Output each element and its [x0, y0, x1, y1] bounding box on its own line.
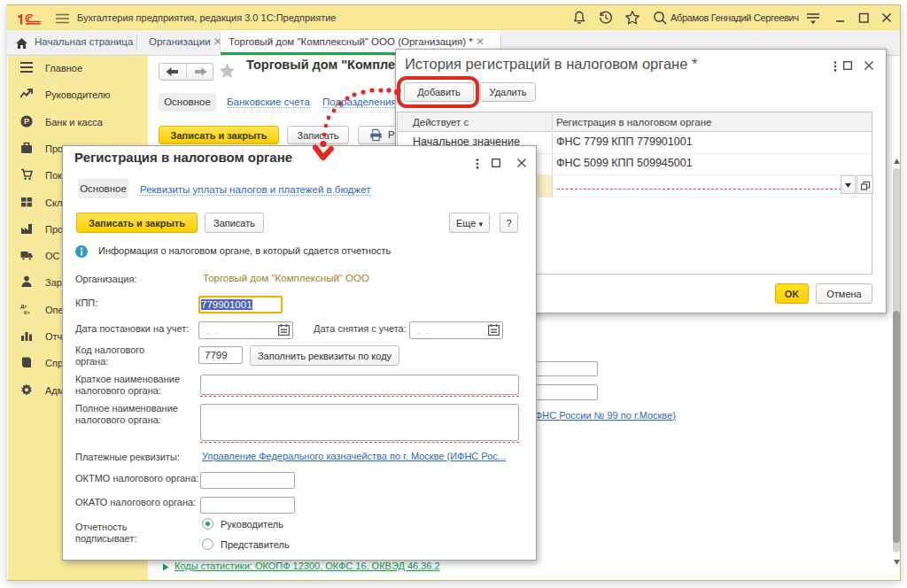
svg-text:P: P [24, 117, 29, 126]
svg-text:Дт: Дт [20, 304, 27, 309]
svg-text:Кт: Кт [24, 310, 30, 315]
